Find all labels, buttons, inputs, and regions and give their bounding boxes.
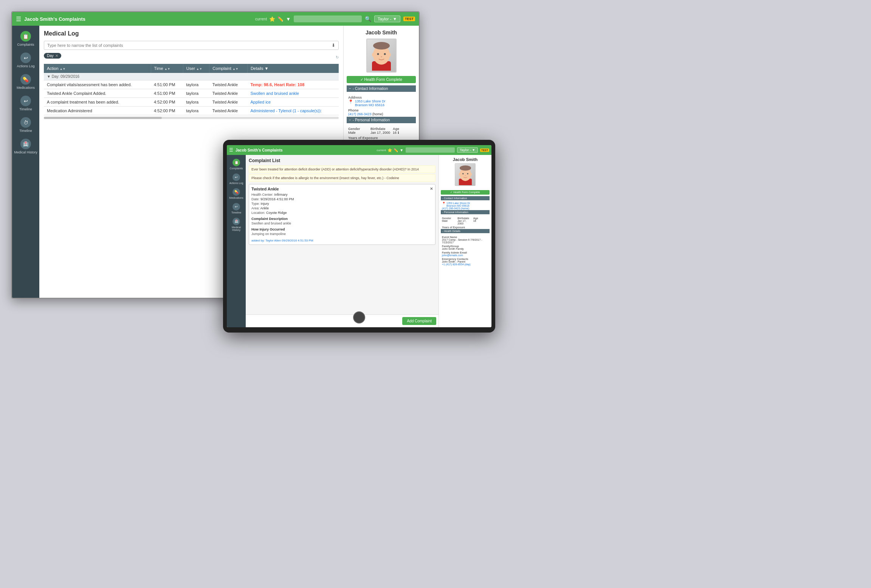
user-label: Taylor - (378, 17, 391, 21)
sidebar-label-timeline: Timeline (19, 107, 32, 111)
tablet-sidebar-medical[interactable]: 🏥 Medical History (227, 216, 246, 233)
download-icon[interactable]: ⬇ (332, 43, 335, 48)
patient-name: Jacob Smith (347, 29, 416, 36)
svg-point-4 (384, 53, 386, 55)
svg-point-14 (459, 173, 460, 175)
tablet-health-form-btn[interactable]: ✓ Health Form Complete (441, 190, 490, 195)
col-user: User ▲▼ (183, 64, 209, 73)
tablet-address-row: 📍 1353 Lake Shore Dr Branson MO 65616 (442, 202, 488, 207)
tablet-personal-section[interactable]: - Personal Information (441, 210, 490, 214)
desktop-topbar: ☰ Jacob Smith's Complaints current ⭐ ✏️ … (12, 12, 419, 26)
tablet-main: Complaint List Ever been treated for att… (246, 155, 491, 327)
details-cell-3[interactable]: Administered - Tylenol (1 - capsule(s)): (247, 107, 338, 115)
table-row: Complaint vitals/assessment has been add… (44, 80, 339, 89)
svg-point-7 (389, 53, 391, 57)
personal-collapse-icon: − (349, 118, 351, 122)
desktop-search-input[interactable] (294, 15, 362, 22)
day-collapse-arrow[interactable]: ▼ (47, 74, 51, 79)
complaint-search-input[interactable] (47, 43, 332, 48)
search-icon[interactable]: 🔍 (365, 16, 371, 22)
filter-tag-close[interactable]: ✕ (55, 54, 58, 58)
tablet-complaints-icon: 📋 (232, 159, 240, 166)
tablet-contact-section[interactable]: - Contact Information (441, 196, 490, 200)
scroll-thumb (44, 117, 162, 119)
tablet-sidebar-complaints[interactable]: 📋 Complaints (227, 157, 246, 171)
complaint-card-close[interactable]: ✕ (430, 187, 433, 191)
tablet-sidebar-actions[interactable]: ↩ Actions Log (227, 172, 246, 186)
day-filter-tag[interactable]: Day ✕ (44, 53, 61, 59)
tablet-search-input[interactable] (406, 147, 455, 153)
tablet-test-badge: TEST (480, 149, 489, 152)
sidebar-item-timeline[interactable]: ↩ Timeline (12, 93, 39, 113)
down-icon[interactable]: ▼ (286, 16, 291, 22)
address-line1: 1353 Lake Shore Dr (355, 99, 386, 103)
sidebar-item-medical[interactable]: 🏥 Medical History (12, 136, 39, 156)
svg-point-6 (372, 53, 374, 57)
star-icon[interactable]: ⭐ (269, 16, 275, 22)
how-injury-title: How Injury Occurred (251, 227, 433, 231)
sidebar-item-medications[interactable]: 💊 Medications (12, 72, 39, 92)
address-row: 📍 1353 Lake Shore Dr Branson MO 65616 (348, 99, 414, 107)
tablet-right-panel: Jacob Smith (439, 155, 491, 327)
address-line2: Branson MO 65616 (355, 103, 386, 107)
tablet-patient-photo-svg (456, 164, 474, 185)
table-row: Medication Administered 4:52:00 PM taylo… (44, 107, 339, 115)
sidebar-item-timeline2[interactable]: ⏱ Timeline (12, 115, 39, 135)
tablet-medical-icon: 🏥 (232, 218, 240, 225)
svg-point-12 (467, 173, 468, 174)
tablet-down-icon[interactable]: ▼ (400, 148, 403, 152)
tablet-menu-icon[interactable]: ☰ (229, 147, 233, 153)
menu-icon[interactable]: ☰ (16, 15, 21, 23)
tablet-contact-content: 📍 1353 Lake Shore Dr Branson MO 65616 (4… (441, 201, 490, 210)
tablet-timeline-icon: ↩ (232, 203, 240, 210)
health-form-button[interactable]: ✓ Health Form Complete (347, 76, 416, 83)
tablet-health-section[interactable]: - Health Details (441, 229, 490, 233)
tablet-sidebar: 📋 Complaints ↩ Actions Log 💊 Medications… (227, 155, 246, 327)
phone-label: Phone (348, 108, 414, 112)
user-button[interactable]: Taylor - ▼ (374, 15, 400, 22)
edit-icon[interactable]: ✏️ (277, 16, 284, 22)
refresh-icon[interactable]: ↻ (336, 55, 339, 59)
patient-photo-svg (368, 40, 395, 71)
patient-photo (366, 39, 397, 73)
tablet-content: Complaint List Ever been treated for att… (246, 155, 439, 314)
col-details: Details ▼ (247, 64, 338, 73)
svg-point-13 (465, 175, 466, 176)
health-center-field: Health Center: Infirmary (251, 193, 433, 197)
contact-info-section[interactable]: − - Contact Information (347, 85, 416, 92)
sidebar-item-actions[interactable]: ↩ Actions Log (12, 50, 39, 70)
table-row: Twisted Ankle Complaint Added. 4:51:00 P… (44, 89, 339, 98)
complaint-card-title: Twisted Ankle ✕ (251, 187, 433, 191)
add-complaint-button[interactable]: Add Complaint (402, 317, 436, 325)
actions-icon: ↩ (20, 53, 31, 63)
tablet-content-title: Complaint List (249, 158, 436, 163)
personal-info-section[interactable]: − - Personal Information (347, 117, 416, 123)
personal-info-content: Gender Male Birthdate Jan 17, 2000 Age 1… (347, 125, 416, 141)
tablet-topbar: ☰ Jacob Smith's Complaints current ⭐ ✏️ … (227, 145, 491, 155)
alert-row-0: Ever been treated for attention deficit … (249, 166, 436, 173)
tablet-sidebar-timeline[interactable]: ↩ Timeline (227, 201, 246, 215)
tablet-home-button[interactable] (353, 311, 365, 323)
details-cell-2[interactable]: Applied ice (247, 98, 338, 107)
medical-log-table: Action ▲▼ Time ▲▼ User ▲▼ (44, 64, 339, 115)
tablet-user-btn[interactable]: Taylor - ▼ (457, 147, 478, 153)
svg-point-5 (381, 56, 382, 57)
svg-point-11 (462, 173, 463, 174)
tablet-sidebar-label-medical: Medical History (228, 226, 245, 231)
tablet-star-icon[interactable]: ⭐ (387, 148, 392, 152)
sidebar-item-complaints[interactable]: 📋 Complaints (12, 29, 39, 49)
tablet-layout: 📋 Complaints ↩ Actions Log 💊 Medications… (227, 155, 491, 327)
details-cell-0[interactable]: Temp: 98.6, Heart Rate: 108 (247, 80, 338, 89)
tablet-sidebar-meds[interactable]: 💊 Medications (227, 187, 246, 201)
tablet-edit-icon[interactable]: ✏️ (394, 148, 398, 152)
dropdown-arrow: ▼ (393, 17, 397, 21)
filter-tag-label: Day (47, 54, 54, 58)
timeline2-icon: ⏱ (20, 117, 31, 128)
svg-point-15 (470, 173, 472, 175)
current-label: current (255, 17, 267, 21)
sidebar-label-actions: Actions Log (17, 64, 34, 68)
horizontal-scrollbar[interactable] (44, 117, 339, 119)
desktop-top-icons: current ⭐ ✏️ ▼ (255, 16, 291, 22)
details-cell-1[interactable]: Swollen and bruised ankle (247, 89, 338, 98)
complaint-desc-0: Swollen and bruised ankle (251, 221, 433, 225)
